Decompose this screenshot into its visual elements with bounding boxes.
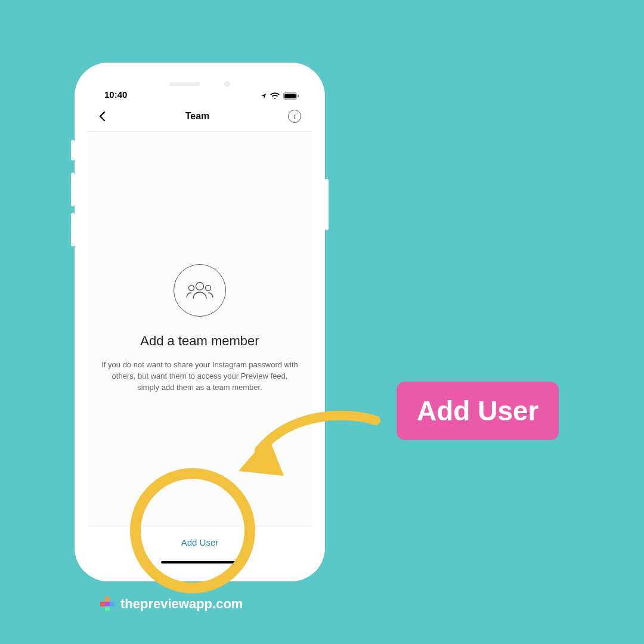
annotation-label: Add User <box>397 382 559 440</box>
empty-state-body: If you do not want to share your Instagr… <box>101 360 298 394</box>
front-camera <box>224 81 230 87</box>
phone-power-button <box>325 179 329 230</box>
svg-rect-2 <box>298 95 299 98</box>
empty-state-heading: Add a team member <box>140 333 259 349</box>
phone-notch <box>143 76 256 92</box>
svg-point-5 <box>206 286 211 291</box>
nav-title: Team <box>185 111 210 122</box>
battery-icon <box>283 92 299 100</box>
annotation-arrow <box>227 394 382 489</box>
chevron-left-icon <box>98 111 107 122</box>
wifi-icon <box>270 92 280 100</box>
footer-brand: thepreviewapp.com <box>100 596 243 612</box>
back-button[interactable] <box>98 111 107 122</box>
status-time: 10:40 <box>104 89 127 100</box>
speaker-grille <box>169 82 200 86</box>
team-icon <box>174 264 226 317</box>
brand-logo-icon <box>100 597 114 611</box>
info-button[interactable]: i <box>288 110 301 123</box>
phone-volume-up <box>71 173 75 206</box>
status-indicators <box>261 92 299 100</box>
annotation-highlight-circle <box>130 468 255 593</box>
svg-rect-1 <box>284 94 296 98</box>
svg-point-3 <box>196 283 204 290</box>
nav-header: Team i <box>88 101 312 132</box>
phone-volume-down <box>71 213 75 246</box>
footer-site-text: thepreviewapp.com <box>120 596 243 612</box>
svg-point-4 <box>189 286 194 291</box>
location-icon <box>261 93 267 99</box>
people-group-icon <box>186 281 213 300</box>
info-icon: i <box>293 112 296 121</box>
phone-mute-switch <box>71 140 75 160</box>
